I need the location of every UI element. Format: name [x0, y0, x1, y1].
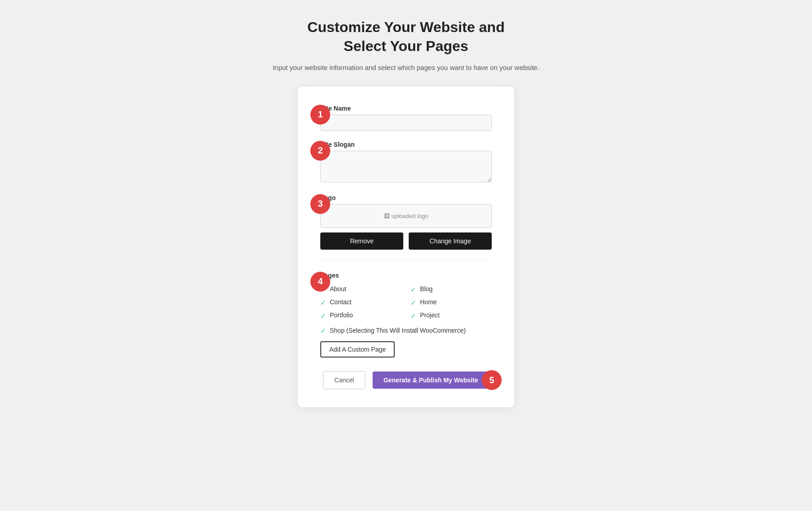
shop-item: ✓ Shop (Selecting This Will Install WooC… [320, 326, 492, 335]
site-name-section: 1 Site Name [320, 105, 492, 131]
site-slogan-input[interactable] [320, 151, 492, 182]
list-item: ✓ Home [411, 298, 492, 307]
page-item-label: Home [420, 298, 437, 306]
check-icon: ✓ [411, 286, 416, 294]
page-item-label: Portfolio [330, 311, 353, 319]
form-footer: Cancel Generate & Publish My Website 5 [320, 371, 492, 389]
add-custom-page-button[interactable]: Add A Custom Page [320, 341, 395, 358]
check-icon: ✓ [320, 312, 326, 320]
cancel-button[interactable]: Cancel [323, 371, 365, 389]
change-image-button[interactable]: Change Image [409, 232, 492, 250]
logo-label: Logo [320, 194, 492, 201]
divider [320, 260, 492, 261]
site-slogan-label: Site Slogan [320, 141, 492, 148]
remove-button[interactable]: Remove [320, 232, 403, 250]
check-icon: ✓ [411, 299, 416, 307]
check-icon: ✓ [320, 299, 326, 307]
pages-label: Pages [320, 272, 492, 279]
list-item: ✓ Blog [411, 285, 492, 294]
check-icon: ✓ [320, 327, 326, 335]
page-item-label: Project [420, 311, 440, 319]
site-name-input[interactable] [320, 115, 492, 131]
list-item: ✓ About [320, 285, 401, 294]
generate-publish-button[interactable]: Generate & Publish My Website [373, 372, 489, 389]
pages-section: 4 Pages ✓ About ✓ Blog ✓ Contact ✓ Home … [320, 272, 492, 358]
page-subtitle: Input your website information and selec… [272, 63, 539, 73]
step-badge-1: 1 [310, 105, 330, 125]
page-item-label: Blog [420, 285, 433, 293]
logo-preview-text: 🖼 uploaded logo [384, 213, 428, 219]
form-card: 1 Site Name 2 Site Slogan 3 Logo 🖼 uploa… [298, 87, 514, 408]
shop-item-label: Shop (Selecting This Will Install WooCom… [330, 326, 466, 335]
page-item-label: About [330, 285, 346, 293]
pages-grid: ✓ About ✓ Blog ✓ Contact ✓ Home ✓ Portfo… [320, 285, 492, 320]
check-icon: ✓ [411, 312, 416, 320]
step-badge-5: 5 [482, 370, 502, 390]
logo-preview: 🖼 uploaded logo [320, 204, 492, 228]
logo-section: 3 Logo 🖼 uploaded logo Remove Change Ima… [320, 194, 492, 250]
list-item: ✓ Contact [320, 298, 401, 307]
step-badge-3: 3 [310, 194, 330, 214]
list-item: ✓ Portfolio [320, 311, 401, 320]
page-title: Customize Your Website andSelect Your Pa… [272, 18, 539, 56]
step-badge-2: 2 [310, 141, 330, 161]
logo-buttons: Remove Change Image [320, 232, 492, 250]
page-item-label: Contact [330, 298, 351, 306]
list-item: ✓ Project [411, 311, 492, 320]
page-header: Customize Your Website andSelect Your Pa… [272, 18, 539, 73]
site-name-label: Site Name [320, 105, 492, 112]
site-slogan-section: 2 Site Slogan [320, 141, 492, 184]
step-badge-4: 4 [310, 272, 330, 292]
